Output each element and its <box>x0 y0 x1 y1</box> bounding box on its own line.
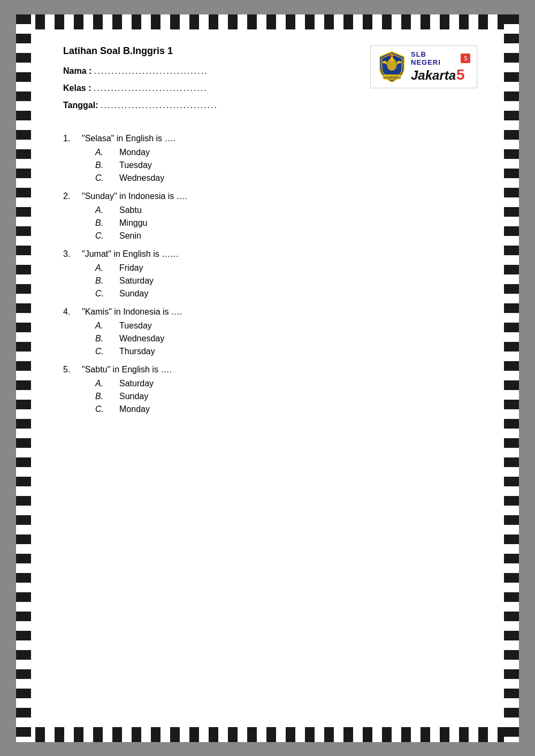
q1-letter-a: A. <box>95 148 119 157</box>
q4-text-c: Thursday <box>119 347 155 356</box>
jakarta-5: 5 <box>456 66 465 83</box>
q4-option-c: C. Thursday <box>95 347 477 356</box>
border-right <box>504 14 519 742</box>
q1-text-b: Tuesday <box>119 161 152 170</box>
q2-letter-a: A. <box>95 205 119 215</box>
question-3-options: A. Friday B. Saturday C. Sunday <box>95 263 477 299</box>
question-4-options: A. Tuesday B. Wednesday C. Thursday <box>95 321 477 356</box>
question-2-text: 2. "Sunday" in Indonesia is …. <box>63 192 477 201</box>
kelas-line: Kelas : ................................… <box>63 83 360 93</box>
border-top <box>16 14 519 29</box>
q1-text-c: Wednesday <box>119 173 164 183</box>
nama-dots: ................................. <box>94 66 208 75</box>
question-4-body: "Kamis" in Indonesia is …. <box>82 307 182 317</box>
tanggal-dots: .................................. <box>101 101 218 110</box>
q5-letter-c: C. <box>95 404 119 414</box>
question-3-body: "Jumat" in English is …… <box>82 249 179 259</box>
q3-letter-b: B. <box>95 276 119 286</box>
q5-option-b: B. Sunday <box>95 392 477 401</box>
q4-letter-c: C. <box>95 347 119 356</box>
question-3-number: 3. <box>63 249 82 259</box>
question-2-number: 2. <box>63 192 82 201</box>
tanggal-label: Tanggal: <box>63 101 98 110</box>
kelas-label: Kelas : <box>63 83 91 93</box>
question-1-number: 1. <box>63 134 82 143</box>
q2-letter-c: C. <box>95 231 119 241</box>
jakarta-line: Jakarta 5 <box>411 66 465 83</box>
shield-icon: SAN NEGERI 5 <box>377 51 407 83</box>
content-area: Latihan Soal B.Inggris 1 Nama : ........… <box>31 29 504 727</box>
q2-text-a: Sabtu <box>119 205 142 215</box>
header: Latihan Soal B.Inggris 1 Nama : ........… <box>63 45 477 118</box>
q3-text-b: Saturday <box>119 276 154 286</box>
q3-letter-c: C. <box>95 289 119 299</box>
header-left: Latihan Soal B.Inggris 1 Nama : ........… <box>63 45 360 118</box>
q3-text-c: Sunday <box>119 289 148 299</box>
question-3-text: 3. "Jumat" in English is …… <box>63 249 477 259</box>
page: Latihan Soal B.Inggris 1 Nama : ........… <box>16 14 519 742</box>
jakarta-text: Jakarta <box>411 68 456 83</box>
q1-letter-b: B. <box>95 161 119 170</box>
question-5-options: A. Saturday B. Sunday C. Monday <box>95 379 477 414</box>
q2-letter-b: B. <box>95 218 119 228</box>
border-left <box>16 14 31 742</box>
logo-text: SLB NEGERI 5 Jakarta 5 <box>411 50 470 83</box>
q3-letter-a: A. <box>95 263 119 273</box>
q4-letter-b: B. <box>95 334 119 343</box>
question-5: 5. "Sabtu" in English is …. A. Saturday … <box>63 365 477 414</box>
q3-option-a: A. Friday <box>95 263 477 273</box>
q4-text-b: Wednesday <box>119 334 164 343</box>
q5-text-a: Saturday <box>119 379 154 388</box>
svg-point-2 <box>391 54 394 57</box>
question-4-text: 4. "Kamis" in Indonesia is …. <box>63 307 477 317</box>
svg-text:SAN NEGERI 5: SAN NEGERI 5 <box>383 76 401 79</box>
question-1-text: 1. "Selasa" in English is …. <box>63 134 477 143</box>
question-2-body: "Sunday" in Indonesia is …. <box>82 192 187 201</box>
q1-letter-c: C. <box>95 173 119 183</box>
nama-label: Nama : <box>63 66 91 75</box>
q2-option-b: B. Minggu <box>95 218 477 228</box>
question-5-body: "Sabtu" in English is …. <box>82 365 172 375</box>
q1-option-a: A. Monday <box>95 148 477 157</box>
q2-text-b: Minggu <box>119 218 147 228</box>
question-2-options: A. Sabtu B. Minggu C. Senin <box>95 205 477 241</box>
slb-text: SLB NEGERI <box>411 50 458 66</box>
question-4: 4. "Kamis" in Indonesia is …. A. Tuesday… <box>63 307 477 356</box>
questions-section: 1. "Selasa" in English is …. A. Monday B… <box>63 134 477 414</box>
q1-option-b: B. Tuesday <box>95 161 477 170</box>
logo-num-box: 5 <box>461 54 470 63</box>
q5-option-a: A. Saturday <box>95 379 477 388</box>
question-1-body: "Selasa" in English is …. <box>82 134 175 143</box>
q4-text-a: Tuesday <box>119 321 152 331</box>
question-5-text: 5. "Sabtu" in English is …. <box>63 365 477 375</box>
kelas-dots: ................................. <box>94 83 208 93</box>
nama-line: Nama : ................................. <box>63 66 360 76</box>
q4-option-b: B. Wednesday <box>95 334 477 343</box>
question-5-number: 5. <box>63 365 82 375</box>
q5-option-c: C. Monday <box>95 404 477 414</box>
worksheet-title: Latihan Soal B.Inggris 1 <box>63 45 360 57</box>
q5-letter-b: B. <box>95 392 119 401</box>
q1-option-c: C. Wednesday <box>95 173 477 183</box>
tanggal-line: Tanggal: ...............................… <box>63 101 360 110</box>
q5-text-b: Sunday <box>119 392 148 401</box>
question-3: 3. "Jumat" in English is …… A. Friday B.… <box>63 249 477 299</box>
q2-text-c: Senin <box>119 231 141 241</box>
border-bottom <box>16 727 519 742</box>
q3-text-a: Friday <box>119 263 143 273</box>
q3-option-b: B. Saturday <box>95 276 477 286</box>
school-logo: SAN NEGERI 5 SLB NEGERI 5 Jakarta 5 <box>370 45 477 88</box>
question-1-options: A. Monday B. Tuesday C. Wednesday <box>95 148 477 183</box>
question-1: 1. "Selasa" in English is …. A. Monday B… <box>63 134 477 183</box>
q2-option-c: C. Senin <box>95 231 477 241</box>
q5-letter-a: A. <box>95 379 119 388</box>
question-4-number: 4. <box>63 307 82 317</box>
q4-letter-a: A. <box>95 321 119 331</box>
q4-option-a: A. Tuesday <box>95 321 477 331</box>
question-2: 2. "Sunday" in Indonesia is …. A. Sabtu … <box>63 192 477 241</box>
q1-text-a: Monday <box>119 148 150 157</box>
q5-text-c: Monday <box>119 404 150 414</box>
q3-option-c: C. Sunday <box>95 289 477 299</box>
q2-option-a: A. Sabtu <box>95 205 477 215</box>
